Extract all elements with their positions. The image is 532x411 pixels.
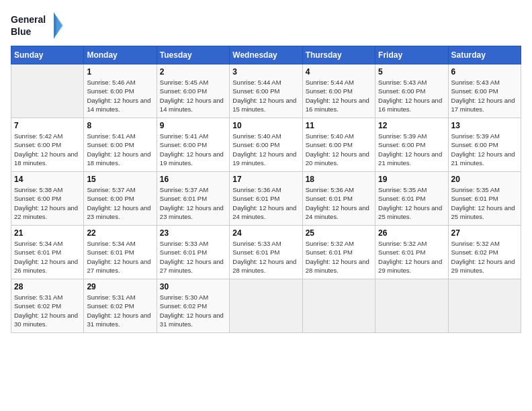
calendar-cell: 8Sunrise: 5:41 AMSunset: 6:00 PMDaylight… xyxy=(84,118,157,172)
day-info: Sunrise: 5:40 AMSunset: 6:00 PMDaylight:… xyxy=(306,132,372,167)
calendar-cell: 1Sunrise: 5:46 AMSunset: 6:00 PMDaylight… xyxy=(84,64,157,118)
day-info: Sunrise: 5:41 AMSunset: 6:00 PMDaylight:… xyxy=(160,132,226,167)
day-number: 1 xyxy=(87,67,153,77)
calendar-cell: 14Sunrise: 5:38 AMSunset: 6:00 PMDayligh… xyxy=(11,172,84,226)
day-number: 21 xyxy=(14,228,81,238)
day-number: 22 xyxy=(87,228,153,238)
logo: General Blue xyxy=(11,11,64,40)
day-number: 4 xyxy=(306,67,372,77)
weekday-header: Sunday xyxy=(11,46,84,64)
calendar-cell: 18Sunrise: 5:36 AMSunset: 6:01 PMDayligh… xyxy=(302,172,375,226)
calendar-cell: 4Sunrise: 5:44 AMSunset: 6:00 PMDaylight… xyxy=(302,64,375,118)
svg-marker-3 xyxy=(56,16,63,35)
day-info: Sunrise: 5:44 AMSunset: 6:00 PMDaylight:… xyxy=(306,78,372,113)
day-info: Sunrise: 5:43 AMSunset: 6:00 PMDaylight:… xyxy=(378,78,445,113)
day-number: 6 xyxy=(451,67,518,77)
day-number: 8 xyxy=(87,121,153,130)
calendar-header: SundayMondayTuesdayWednesdayThursdayFrid… xyxy=(11,46,521,64)
day-info: Sunrise: 5:38 AMSunset: 6:00 PMDaylight:… xyxy=(14,185,81,221)
day-info: Sunrise: 5:36 AMSunset: 6:01 PMDaylight:… xyxy=(306,185,372,221)
day-info: Sunrise: 5:30 AMSunset: 6:02 PMDaylight:… xyxy=(160,293,226,328)
day-number: 19 xyxy=(378,175,445,184)
day-number: 30 xyxy=(160,282,226,291)
day-info: Sunrise: 5:45 AMSunset: 6:00 PMDaylight:… xyxy=(160,78,226,113)
day-info: Sunrise: 5:39 AMSunset: 6:00 PMDaylight:… xyxy=(451,132,518,167)
day-number: 23 xyxy=(160,228,226,238)
calendar-cell: 15Sunrise: 5:37 AMSunset: 6:00 PMDayligh… xyxy=(84,172,157,226)
calendar-cell: 26Sunrise: 5:32 AMSunset: 6:01 PMDayligh… xyxy=(375,226,448,279)
calendar-week-row: 28Sunrise: 5:31 AMSunset: 6:02 PMDayligh… xyxy=(11,279,521,333)
weekday-header: Wednesday xyxy=(230,46,302,64)
weekday-header: Monday xyxy=(84,46,157,64)
page-header: General Blue xyxy=(11,11,521,40)
day-info: Sunrise: 5:35 AMSunset: 6:01 PMDaylight:… xyxy=(451,185,518,221)
calendar-week-row: 1Sunrise: 5:46 AMSunset: 6:00 PMDaylight… xyxy=(11,64,521,118)
calendar-cell: 27Sunrise: 5:32 AMSunset: 6:02 PMDayligh… xyxy=(448,226,521,279)
calendar-week-row: 21Sunrise: 5:34 AMSunset: 6:01 PMDayligh… xyxy=(11,226,521,279)
calendar-cell xyxy=(375,279,448,333)
calendar-cell: 29Sunrise: 5:31 AMSunset: 6:02 PMDayligh… xyxy=(84,279,157,333)
calendar-cell: 28Sunrise: 5:31 AMSunset: 6:02 PMDayligh… xyxy=(11,279,84,333)
calendar-cell: 10Sunrise: 5:40 AMSunset: 6:00 PMDayligh… xyxy=(230,118,302,172)
weekday-header: Tuesday xyxy=(157,46,229,64)
day-info: Sunrise: 5:40 AMSunset: 6:00 PMDaylight:… xyxy=(232,132,299,167)
calendar-cell: 22Sunrise: 5:34 AMSunset: 6:01 PMDayligh… xyxy=(84,226,157,279)
day-number: 7 xyxy=(14,121,81,130)
calendar-cell: 24Sunrise: 5:33 AMSunset: 6:01 PMDayligh… xyxy=(230,226,302,279)
calendar-cell: 9Sunrise: 5:41 AMSunset: 6:00 PMDaylight… xyxy=(157,118,229,172)
weekday-header: Thursday xyxy=(302,46,375,64)
day-number: 12 xyxy=(378,121,445,130)
calendar-cell xyxy=(448,279,521,333)
calendar-cell: 17Sunrise: 5:36 AMSunset: 6:01 PMDayligh… xyxy=(230,172,302,226)
day-number: 20 xyxy=(451,175,518,184)
generalblue-logo: General Blue xyxy=(11,11,64,40)
day-info: Sunrise: 5:34 AMSunset: 6:01 PMDaylight:… xyxy=(14,239,81,275)
calendar-week-row: 7Sunrise: 5:42 AMSunset: 6:00 PMDaylight… xyxy=(11,118,521,172)
weekday-header: Saturday xyxy=(448,46,521,64)
calendar-cell: 7Sunrise: 5:42 AMSunset: 6:00 PMDaylight… xyxy=(11,118,84,172)
day-number: 10 xyxy=(232,121,299,130)
day-info: Sunrise: 5:43 AMSunset: 6:00 PMDaylight:… xyxy=(451,78,518,113)
calendar-cell xyxy=(302,279,375,333)
day-number: 13 xyxy=(451,121,518,130)
day-number: 5 xyxy=(378,67,445,77)
calendar-cell: 13Sunrise: 5:39 AMSunset: 6:00 PMDayligh… xyxy=(448,118,521,172)
svg-text:General: General xyxy=(11,14,46,25)
day-info: Sunrise: 5:46 AMSunset: 6:00 PMDaylight:… xyxy=(87,78,153,113)
calendar-cell: 3Sunrise: 5:44 AMSunset: 6:00 PMDaylight… xyxy=(230,64,302,118)
day-number: 2 xyxy=(160,67,226,77)
weekday-header: Friday xyxy=(375,46,448,64)
day-number: 27 xyxy=(451,228,518,238)
day-number: 3 xyxy=(232,67,299,77)
day-info: Sunrise: 5:31 AMSunset: 6:02 PMDaylight:… xyxy=(14,293,81,328)
calendar-cell xyxy=(11,64,84,118)
day-info: Sunrise: 5:37 AMSunset: 6:00 PMDaylight:… xyxy=(87,185,153,221)
calendar-cell: 30Sunrise: 5:30 AMSunset: 6:02 PMDayligh… xyxy=(157,279,229,333)
calendar-cell: 23Sunrise: 5:33 AMSunset: 6:01 PMDayligh… xyxy=(157,226,229,279)
calendar-week-row: 14Sunrise: 5:38 AMSunset: 6:00 PMDayligh… xyxy=(11,172,521,226)
day-number: 16 xyxy=(160,175,226,184)
day-info: Sunrise: 5:39 AMSunset: 6:00 PMDaylight:… xyxy=(378,132,445,167)
day-info: Sunrise: 5:37 AMSunset: 6:01 PMDaylight:… xyxy=(160,185,226,221)
day-number: 14 xyxy=(14,175,81,184)
day-info: Sunrise: 5:33 AMSunset: 6:01 PMDaylight:… xyxy=(232,239,299,275)
day-number: 25 xyxy=(306,228,372,238)
day-number: 26 xyxy=(378,228,445,238)
day-info: Sunrise: 5:35 AMSunset: 6:01 PMDaylight:… xyxy=(378,185,445,221)
calendar-cell: 19Sunrise: 5:35 AMSunset: 6:01 PMDayligh… xyxy=(375,172,448,226)
calendar-cell: 16Sunrise: 5:37 AMSunset: 6:01 PMDayligh… xyxy=(157,172,229,226)
day-info: Sunrise: 5:34 AMSunset: 6:01 PMDaylight:… xyxy=(87,239,153,275)
day-number: 28 xyxy=(14,282,81,291)
day-number: 15 xyxy=(87,175,153,184)
day-info: Sunrise: 5:32 AMSunset: 6:02 PMDaylight:… xyxy=(451,239,518,275)
day-info: Sunrise: 5:36 AMSunset: 6:01 PMDaylight:… xyxy=(232,185,299,221)
svg-text:Blue: Blue xyxy=(11,26,32,37)
calendar-cell: 6Sunrise: 5:43 AMSunset: 6:00 PMDaylight… xyxy=(448,64,521,118)
calendar-cell xyxy=(230,279,302,333)
calendar-cell: 21Sunrise: 5:34 AMSunset: 6:01 PMDayligh… xyxy=(11,226,84,279)
day-number: 29 xyxy=(87,282,153,291)
calendar-table: SundayMondayTuesdayWednesdayThursdayFrid… xyxy=(11,46,521,333)
calendar-cell: 2Sunrise: 5:45 AMSunset: 6:00 PMDaylight… xyxy=(157,64,229,118)
day-number: 9 xyxy=(160,121,226,130)
day-info: Sunrise: 5:32 AMSunset: 6:01 PMDaylight:… xyxy=(306,239,372,275)
